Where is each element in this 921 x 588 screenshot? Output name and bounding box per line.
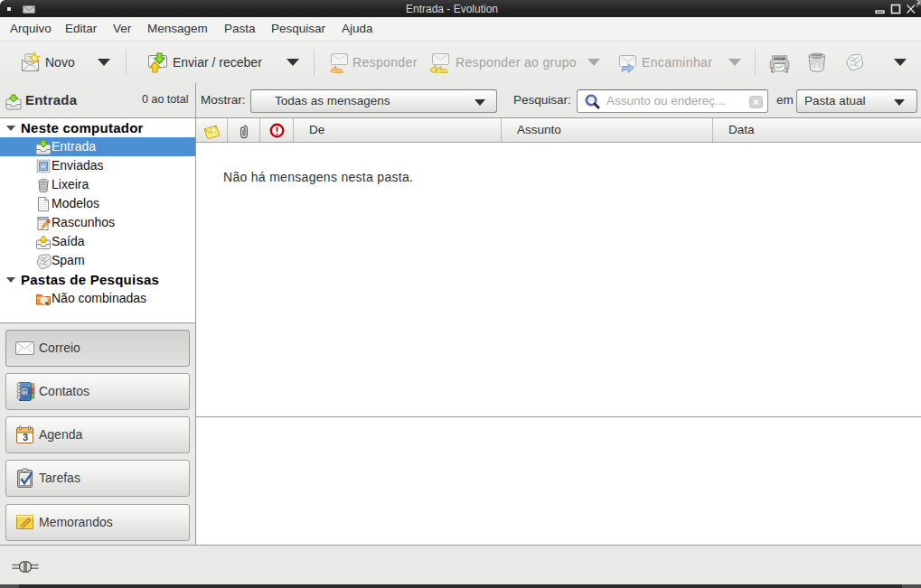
svg-text:3: 3 [23,432,28,443]
svg-text:@: @ [20,387,28,397]
